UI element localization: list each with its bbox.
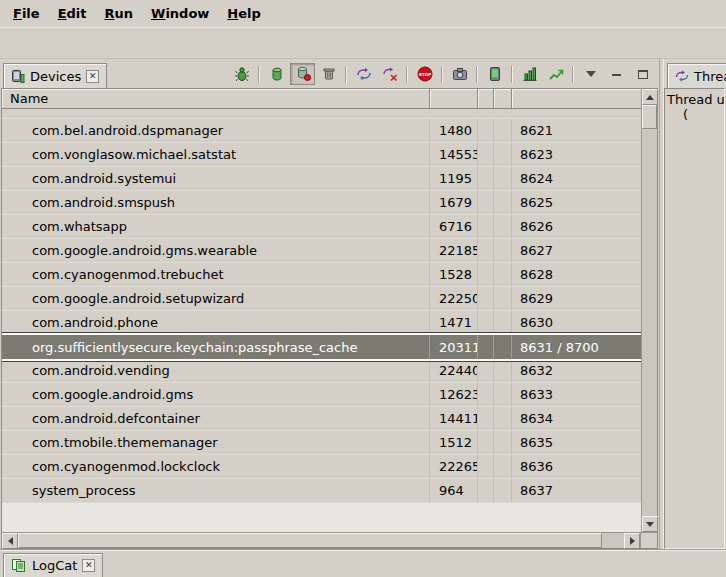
horizontal-scroll-track[interactable] [602,533,624,548]
process-name-cell: com.tmobile.thememanager [2,431,430,454]
scroll-up-button[interactable] [642,89,658,105]
vertical-scroll-thumb[interactable] [642,105,657,129]
device-icon [11,69,25,84]
main-toolbar-strip [0,27,726,59]
process-name-cell: com.google.android.gms [2,383,430,406]
dump-hprof-icon[interactable] [290,63,315,85]
column-header-small-1[interactable] [478,89,494,109]
empty-cell [494,335,512,359]
port-cell: 8629 [512,287,641,310]
threads-message-line1: Thread up [667,92,724,107]
table-row[interactable]: com.tmobile.thememanager 1512 8635 [2,431,641,455]
column-header-pid[interactable] [430,89,478,109]
menu-item[interactable]: Run [96,3,143,24]
vertical-scroll-track[interactable] [642,129,657,516]
empty-cell [478,311,494,334]
table-row[interactable]: com.cyanogenmod.lockclock 22265 8636 [2,455,641,479]
logcat-icon [11,558,27,573]
table-row[interactable]: com.android.vending 22440 8632 [2,359,641,383]
menu-item-label: Window [151,6,209,21]
empty-cell [494,431,512,454]
table-row[interactable]: com.android.systemui 1195 8624 [2,167,641,191]
toolbar-separator [345,66,347,83]
screen-capture-icon[interactable] [447,63,472,85]
empty-cell [494,383,512,406]
tab-devices[interactable]: Devices ✕ [3,63,107,88]
horizontal-scroll-thumb[interactable] [18,533,602,548]
menubar: File Edit Run Window Help [0,0,726,27]
toolbar-separator [441,66,443,83]
menu-item[interactable]: Help [218,3,269,24]
debug-process-icon[interactable] [229,63,254,85]
scroll-down-button[interactable] [642,516,658,532]
devices-toolbar: STOP [229,63,659,88]
table-row[interactable]: com.google.android.setupwizard 22250 862… [2,287,641,311]
svg-text:STOP: STOP [418,72,431,77]
vertical-scrollbar[interactable] [641,89,657,532]
toolbar-separator [511,66,513,83]
port-cell: 8633 [512,383,641,406]
menu-item[interactable]: File [4,3,49,24]
menu-item[interactable]: Edit [49,3,96,24]
table-row[interactable]: com.google.android.gms.wearable 22185 86… [2,239,641,263]
process-name-cell: com.android.smspush [2,191,430,214]
tab-threads[interactable]: Threads [667,63,726,88]
table-row[interactable]: org.sufficientlysecure.keychain:passphra… [2,335,641,359]
table-row[interactable]: com.vonglasow.michael.satstat 14553 8623 [2,143,641,167]
port-cell: 8625 [512,191,641,214]
stop-method-profiling-icon[interactable] [377,63,402,85]
empty-cell [478,335,494,359]
process-name-cell: com.android.systemui [2,167,430,190]
main-area: Devices ✕ [0,59,726,549]
view-menu-icon[interactable] [578,63,603,85]
column-header-name[interactable]: Name [2,89,430,109]
close-icon[interactable]: ✕ [82,559,95,572]
network-stats-icon[interactable] [543,63,568,85]
table-row[interactable]: com.cyanogenmod.trebuchet 1528 8628 [2,263,641,287]
table-row[interactable]: com.bel.android.dspmanager 1480 8621 [2,119,641,143]
allocation-stats-icon[interactable] [517,63,542,85]
column-header-small-2[interactable] [494,89,512,109]
empty-cell [478,359,494,382]
empty-cell [478,191,494,214]
threads-message-line2: ( [667,107,724,122]
close-icon[interactable]: ✕ [86,70,99,83]
empty-cell [494,407,512,430]
port-cell: 8637 [512,479,641,502]
table-row[interactable]: com.android.phone 1471 8630 [2,311,641,335]
scroll-left-button[interactable] [2,533,18,549]
pid-cell: 14553 [430,143,478,166]
port-cell: 8636 [512,455,641,478]
empty-cell [478,119,494,142]
table-row[interactable]: com.whatsapp 6716 8626 [2,215,641,239]
update-heap-icon[interactable] [264,63,289,85]
port-cell: 8628 [512,263,641,286]
empty-cell [494,479,512,502]
table-header: Name [2,89,641,109]
table-row[interactable]: system_process 964 8637 [2,479,641,503]
process-name-cell: com.google.android.gms.wearable [2,239,430,262]
empty-cell [494,311,512,334]
bottom-tab-bar: LogCat ✕ [0,549,726,577]
cause-gc-icon[interactable] [316,63,341,85]
empty-cell [494,239,512,262]
tab-logcat[interactable]: LogCat ✕ [3,553,103,577]
minimize-icon[interactable] [604,63,629,85]
pid-cell: 22440 [430,359,478,382]
table-row[interactable]: com.android.defcontainer 14411 8634 [2,407,641,431]
pid-cell: 1679 [430,191,478,214]
menu-item[interactable]: Window [142,3,218,24]
column-header-port[interactable] [512,89,641,109]
table-row[interactable]: com.android.smspush 1679 8625 [2,191,641,215]
scroll-right-button[interactable] [624,533,640,549]
update-threads-icon[interactable] [351,63,376,85]
empty-cell [494,119,512,142]
maximize-icon[interactable] [630,63,655,85]
pid-cell: 6716 [430,215,478,238]
horizontal-scrollbar[interactable] [2,532,657,548]
device-view-icon[interactable] [482,63,507,85]
table-row[interactable]: com.google.android.gms 12623 8633 [2,383,641,407]
stop-process-icon[interactable]: STOP [412,63,437,85]
process-name-cell: com.cyanogenmod.lockclock [2,455,430,478]
empty-cell [478,383,494,406]
